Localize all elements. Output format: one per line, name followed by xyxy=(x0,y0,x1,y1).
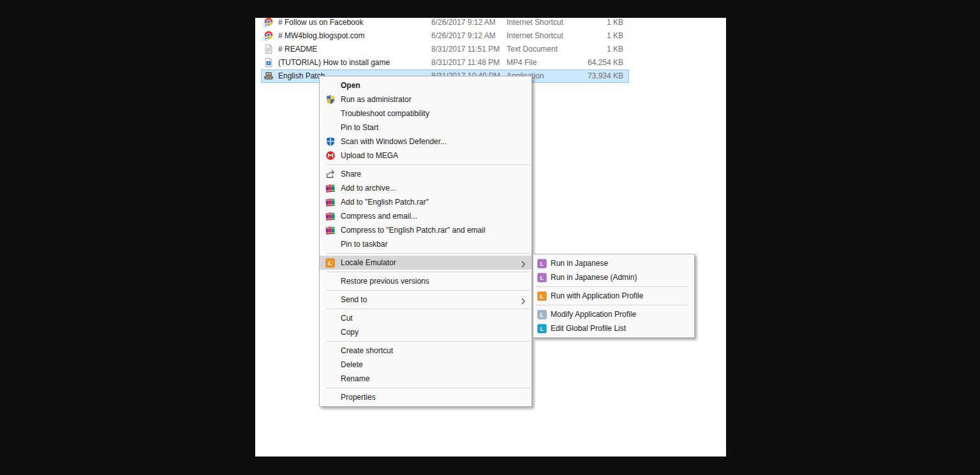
menu-separator xyxy=(536,305,687,305)
menu-item-label: Run in Japanese xyxy=(551,259,608,268)
menu-item-restore-previous-versions[interactable]: Restore previous versions xyxy=(320,274,531,288)
winrar-icon xyxy=(325,183,341,193)
locale-l-icon: L xyxy=(325,258,341,268)
defender-shield-icon xyxy=(325,136,341,147)
menu-item-locale-emulator[interactable]: LLocale Emulator xyxy=(320,256,531,270)
file-name: # README xyxy=(278,45,317,54)
menu-item-label: Modify Application Profile xyxy=(551,310,636,319)
icon-slot xyxy=(325,392,341,402)
file-row-tutorial-how-to-install-game[interactable]: (TUTORIAL) How to install game8/31/2017 … xyxy=(255,56,630,69)
menu-item-run-in-japanese[interactable]: LRun in Japanese xyxy=(533,256,694,270)
file-date-modified: 6/26/2017 9:12 AM xyxy=(431,31,496,40)
file-type: MP4 File xyxy=(507,58,537,67)
icon-slot xyxy=(325,313,341,323)
menu-item-label: Scan with Windows Defender... xyxy=(341,137,447,146)
menu-item-pin-to-start[interactable]: Pin to Start xyxy=(320,121,531,135)
icon-slot xyxy=(325,327,341,337)
menu-item-share[interactable]: Share xyxy=(320,167,531,181)
context-menu: Open Run as administratorTroubleshoot co… xyxy=(319,76,532,407)
menu-item-edit-global-profile-list[interactable]: LEdit Global Profile List xyxy=(533,321,694,335)
uac-shield-icon xyxy=(325,94,341,105)
winrar-icon xyxy=(325,197,341,207)
menu-item-label: Open xyxy=(341,81,360,90)
menu-item-label: Pin to Start xyxy=(341,123,378,132)
menu-item-open[interactable]: Open xyxy=(320,78,531,92)
file-date-modified: 8/31/2017 11:48 PM xyxy=(431,58,500,67)
menu-item-run-with-application-profile[interactable]: LRun with Application Profile xyxy=(533,289,694,303)
menu-item-rename[interactable]: Rename xyxy=(320,372,531,386)
menu-item-run-in-japanese-admin[interactable]: LRun in Japanese (Admin) xyxy=(533,270,694,284)
menu-item-modify-application-profile[interactable]: LModify Application Profile xyxy=(533,307,694,321)
svg-text:L: L xyxy=(540,274,544,281)
menu-separator xyxy=(326,164,530,165)
menu-item-pin-to-taskbar[interactable]: Pin to taskbar xyxy=(320,237,531,251)
menu-item-cut[interactable]: Cut xyxy=(320,311,531,325)
icon-slot xyxy=(325,374,341,384)
locale-l-icon: L xyxy=(537,323,551,333)
menu-item-label: Share xyxy=(341,170,361,179)
menu-item-label: Compress and email... xyxy=(341,212,417,221)
menu-item-delete[interactable]: Delete xyxy=(320,358,531,372)
menu-item-label: Rename xyxy=(341,374,369,383)
locale-l-icon: L xyxy=(537,272,551,282)
svg-text:L: L xyxy=(540,293,544,300)
icon-slot xyxy=(325,108,341,119)
menu-item-add-to-english-patch-rar[interactable]: Add to "English Patch.rar" xyxy=(320,195,531,209)
menu-item-copy[interactable]: Copy xyxy=(320,325,531,339)
file-row-readme[interactable]: # README8/31/2017 11:51 PMText Document1… xyxy=(255,43,630,56)
locale-l-icon: L xyxy=(537,291,551,301)
menu-item-label: Delete xyxy=(341,360,363,369)
icon-slot xyxy=(325,276,341,286)
menu-item-label: Restore previous versions xyxy=(341,277,429,286)
file-name: # MW4blog.blogspot.com xyxy=(278,31,364,40)
submenu-chevron-icon xyxy=(521,296,526,307)
icon-slot xyxy=(325,346,341,356)
menu-item-label: Edit Global Profile List xyxy=(551,324,626,333)
menu-item-label: Locale Emulator xyxy=(341,258,396,267)
menu-item-run-as-administrator[interactable]: Run as administrator xyxy=(320,92,531,106)
menu-item-properties[interactable]: Properties xyxy=(320,390,531,404)
winrar-icon xyxy=(325,211,341,221)
menu-item-label: Compress to "English Patch.rar" and emai… xyxy=(341,226,486,235)
menu-item-compress-to-english-patch-rar-and-email[interactable]: Compress to "English Patch.rar" and emai… xyxy=(320,223,531,237)
menu-item-label: Create shortcut xyxy=(341,346,393,355)
share-icon xyxy=(325,169,341,179)
icon-slot xyxy=(325,80,341,91)
file-row-follow-us-on-facebook[interactable]: # Follow us on Facebook6/26/2017 9:12 AM… xyxy=(255,16,630,29)
locale-emulator-submenu: LRun in Japanese LRun in Japanese (Admin… xyxy=(533,254,695,338)
icon-slot xyxy=(325,122,341,133)
menu-item-label: Run in Japanese (Admin) xyxy=(551,273,637,282)
menu-separator xyxy=(326,341,530,342)
file-date-modified: 6/26/2017 9:12 AM xyxy=(431,18,496,27)
file-row-mw4blog-blogspot-com[interactable]: # MW4blog.blogspot.com6/26/2017 9:12 AMI… xyxy=(255,29,630,43)
menu-item-scan-with-windows-defender[interactable]: Scan with Windows Defender... xyxy=(320,135,531,149)
file-name: (TUTORIAL) How to install game xyxy=(278,58,390,67)
text-document-icon xyxy=(264,44,274,54)
menu-item-label: Pin to taskbar xyxy=(341,240,387,249)
file-size: 64,254 KB xyxy=(555,58,623,67)
menu-item-troubleshoot-compatibility[interactable]: Troubleshoot compatibility xyxy=(320,106,531,121)
file-list: # Follow us on Facebook6/26/2017 9:12 AM… xyxy=(255,16,726,83)
locale-l-icon: L xyxy=(537,258,551,268)
menu-item-compress-and-email[interactable]: Compress and email... xyxy=(320,209,531,223)
submenu-chevron-icon xyxy=(521,259,526,270)
menu-separator xyxy=(326,290,530,291)
file-size: 73,934 KB xyxy=(555,71,623,80)
menu-separator xyxy=(326,309,530,309)
application-icon xyxy=(264,71,274,81)
menu-separator xyxy=(326,388,530,388)
menu-item-label: Copy xyxy=(341,328,359,337)
menu-separator xyxy=(326,272,530,272)
file-name: English Patch xyxy=(278,71,325,80)
menu-item-upload-to-mega[interactable]: Upload to MEGA xyxy=(320,149,531,163)
menu-separator xyxy=(326,253,530,254)
menu-item-add-to-archive[interactable]: Add to archive... xyxy=(320,181,531,195)
menu-item-label: Add to "English Patch.rar" xyxy=(341,198,429,207)
internet-shortcut-icon xyxy=(264,17,274,27)
mega-icon xyxy=(325,150,341,161)
icon-slot xyxy=(325,239,341,249)
menu-item-label: Add to archive... xyxy=(341,184,396,193)
menu-item-create-shortcut[interactable]: Create shortcut xyxy=(320,344,531,358)
menu-item-send-to[interactable]: Send to xyxy=(320,293,531,307)
menu-separator xyxy=(536,286,687,287)
